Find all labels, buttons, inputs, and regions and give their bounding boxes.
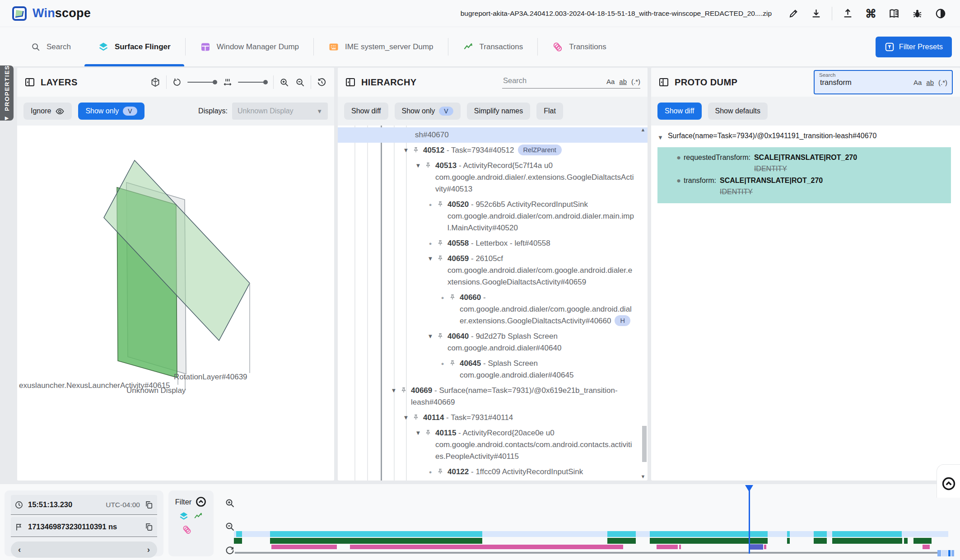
download-trace-button[interactable] (809, 6, 824, 21)
tree-node[interactable]: sh#40670 (338, 127, 648, 143)
match-case-toggle[interactable]: Aa (913, 79, 922, 86)
timeline-track-background[interactable] (234, 531, 948, 537)
pin-icon[interactable] (449, 358, 460, 367)
proto-property-row[interactable]: ● requestedTransform: SCALE|TRANSLATE|RO… (657, 152, 947, 175)
surface-flinger-segment[interactable] (787, 531, 790, 537)
surface-flinger-filter-icon[interactable] (179, 511, 189, 521)
hierarchy-search-input[interactable] (502, 76, 602, 85)
transitions-selected-segment[interactable] (750, 544, 763, 550)
ignore-visibility-button[interactable]: Ignore (23, 103, 72, 120)
collapse-arrow-icon[interactable]: ▼ (400, 145, 412, 156)
previous-frame-button[interactable]: ‹ (18, 545, 21, 555)
rotation-icon[interactable] (172, 77, 182, 87)
timeline-reset-zoom-icon[interactable] (224, 545, 235, 555)
tab-window-manager-dump[interactable]: Window Manager Dump (186, 27, 312, 66)
tree-node[interactable]: ●40558 - Letterbox - left#40558 (338, 236, 648, 251)
tree-node[interactable]: ●40660 - com.google.android.dialer/com.g… (338, 290, 648, 329)
tree-node[interactable]: ▼40512 - Task=7934#40512RelZParent (338, 143, 648, 158)
transactions-segment[interactable] (814, 538, 827, 544)
timeline-zoom-out-icon[interactable] (224, 521, 235, 532)
tree-node[interactable]: ●40520 - 952c6b5 ActivityRecordInputSink… (338, 197, 648, 236)
tree-node[interactable]: ▼40659 - 26105cf com.google.android.dial… (338, 251, 648, 290)
proto-root-node[interactable]: ▼ Surface(name=Task=7934)/@0x1941191_tra… (651, 130, 960, 147)
collapse-panel-icon[interactable] (658, 77, 669, 88)
scroll-down-icon[interactable]: ▼ (641, 473, 646, 480)
pin-icon[interactable] (437, 466, 447, 475)
pin-icon[interactable] (424, 427, 435, 436)
tree-node[interactable]: ▼40640 - 9d2d27b Splash Screen com.googl… (338, 329, 648, 356)
displays-dropdown[interactable]: Unknown Display ▼ (232, 103, 328, 120)
tree-node[interactable]: ▼40114 - Task=7931#40114 (338, 410, 648, 425)
transitions-segment[interactable] (271, 545, 337, 549)
human-time-field[interactable]: 15:51:13.230 UTC-04:00 (11, 495, 157, 515)
collapse-arrow-icon[interactable]: ▼ (424, 253, 437, 265)
show-diff-button[interactable]: Show diff (657, 103, 702, 120)
proto-property-row[interactable]: ● transform: SCALE|TRANSLATE|ROT_270 IDE… (657, 175, 947, 198)
tree-node[interactable]: ▼40513 - ActivityRecord{5c7f14a u0 com.g… (338, 158, 648, 197)
chevron-up-circle-icon[interactable] (941, 469, 956, 498)
tree-node[interactable]: ●40122 - 1ffcc09 ActivityRecordInputSink… (338, 464, 648, 481)
transitions-segment[interactable] (679, 545, 681, 549)
tree-node[interactable]: ▼40669 - Surface(name=Task=7931)/@0x619e… (338, 383, 648, 410)
pin-icon[interactable] (412, 145, 423, 154)
show-diff-button[interactable]: Show diff (344, 103, 388, 120)
pin-icon[interactable] (437, 238, 447, 247)
timeline-scrollbar-piece[interactable] (941, 550, 948, 556)
edit-trace-button[interactable] (786, 6, 801, 21)
3d-view-icon[interactable] (150, 77, 161, 88)
documentation-button[interactable] (886, 6, 902, 21)
collapse-arrow-icon[interactable]: ▼ (657, 132, 663, 144)
collapse-arrow-icon[interactable]: ▼ (424, 331, 437, 342)
transitions-segment[interactable] (657, 545, 678, 549)
show-only-visible-button[interactable]: Show only V (395, 103, 461, 120)
scroll-up-icon[interactable]: ▲ (641, 126, 646, 133)
tree-scrollbar-thumb[interactable] (642, 426, 647, 462)
timeline-scrollbar-piece[interactable] (937, 550, 941, 556)
flat-button[interactable]: Flat (536, 103, 563, 120)
match-word-toggle[interactable]: ab (926, 79, 934, 86)
transactions-segment[interactable] (607, 538, 636, 544)
surface-flinger-segment[interactable] (650, 531, 768, 537)
zoom-in-icon[interactable] (279, 77, 289, 88)
transitions-segment[interactable] (923, 545, 930, 549)
pin-icon[interactable] (437, 253, 447, 262)
timeline-zoom-in-icon[interactable] (224, 498, 235, 509)
pin-icon[interactable] (437, 199, 447, 208)
surface-flinger-segment[interactable] (814, 531, 827, 537)
dark-mode-toggle[interactable] (933, 6, 948, 21)
transactions-segment[interactable] (270, 538, 482, 544)
filter-presets-button[interactable]: Filter Presets (876, 37, 952, 57)
tree-node[interactable]: ▼40115 - ActivityRecord{20ace0e u0 com.g… (338, 425, 648, 464)
pin-icon[interactable] (412, 412, 423, 421)
zoom-out-icon[interactable] (295, 77, 305, 88)
pin-icon[interactable] (424, 160, 435, 169)
pin-icon[interactable] (437, 331, 447, 340)
proto-search-input[interactable] (819, 78, 909, 87)
collapse-panel-icon[interactable] (24, 77, 35, 88)
collapse-arrow-icon[interactable]: ▼ (387, 385, 400, 397)
collapse-arrow-icon[interactable]: ▼ (412, 427, 424, 439)
regex-toggle[interactable]: (.*) (938, 79, 947, 86)
spacing-slider[interactable] (238, 82, 268, 83)
upload-trace-button[interactable] (840, 6, 855, 21)
tree-node[interactable]: ●40645 - Splash Screen com.google.androi… (338, 356, 648, 383)
layers-3d-view[interactable]: RotationLayer#40639 exuslauncher.NexusLa… (17, 126, 334, 481)
show-only-visible-button[interactable]: Show only V (78, 103, 144, 120)
collapse-arrow-icon[interactable]: ▼ (412, 160, 424, 172)
transactions-segment[interactable] (904, 538, 908, 544)
timeline-scrollbar-track[interactable] (235, 552, 937, 554)
properties-collapsed-tab[interactable]: PROPERTIES ▶ (0, 65, 14, 121)
transitions-segment[interactable] (764, 545, 766, 549)
transitions-segment[interactable] (350, 545, 623, 549)
transactions-segment[interactable] (787, 538, 790, 544)
copy-icon[interactable] (144, 500, 154, 509)
transactions-filter-icon[interactable] (193, 511, 203, 521)
show-defaults-button[interactable]: Show defaults (708, 103, 768, 120)
regex-toggle[interactable]: (.*) (631, 78, 640, 85)
collapse-filter-icon[interactable] (195, 496, 207, 508)
surface-flinger-segment[interactable] (607, 531, 636, 537)
tab-transactions[interactable]: Transactions (449, 27, 537, 66)
transactions-segment[interactable] (913, 538, 932, 544)
surface-flinger-segment[interactable] (270, 531, 482, 537)
tab-surface-flinger[interactable]: Surface Flinger (84, 27, 184, 66)
